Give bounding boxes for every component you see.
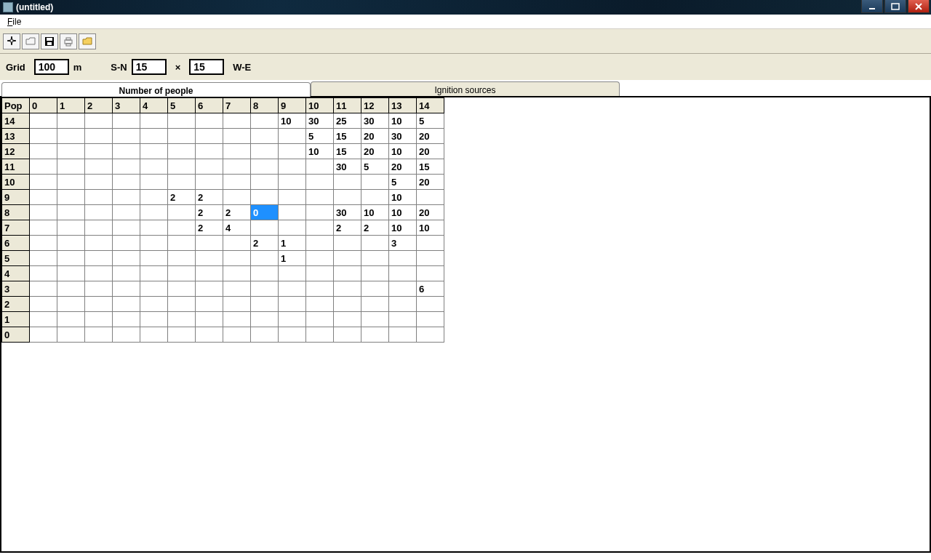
grid-cell[interactable] (168, 327, 196, 343)
grid-cell[interactable] (113, 251, 140, 266)
grid-cell[interactable] (417, 312, 444, 327)
grid-cell[interactable]: 15 (334, 129, 361, 144)
row-header[interactable]: 3 (2, 281, 30, 297)
grid-cell[interactable] (279, 205, 306, 220)
grid-cell[interactable] (85, 159, 113, 175)
grid-cell[interactable] (361, 297, 389, 312)
grid-cell[interactable] (417, 190, 444, 205)
grid-cell[interactable] (113, 266, 140, 281)
tab-ignition-sources[interactable]: Ignition sources (311, 81, 620, 96)
grid-cell[interactable]: 15 (417, 159, 444, 175)
grid-cell[interactable] (251, 327, 279, 343)
grid-cell[interactable] (417, 236, 444, 251)
grid-cell[interactable] (168, 220, 196, 236)
grid-cell[interactable] (251, 281, 279, 297)
grid-cell[interactable] (168, 312, 196, 327)
grid-cell[interactable] (251, 113, 279, 129)
grid-cell[interactable] (196, 297, 223, 312)
grid-cell[interactable] (306, 312, 334, 327)
row-header[interactable]: 5 (2, 251, 30, 266)
grid-cell[interactable] (113, 205, 140, 220)
grid-cell[interactable] (306, 266, 334, 281)
grid-cell[interactable] (417, 327, 444, 343)
grid-cell[interactable] (140, 281, 168, 297)
grid-cell[interactable] (334, 266, 361, 281)
grid-cell[interactable] (389, 297, 417, 312)
grid-cell[interactable] (334, 175, 361, 190)
col-header[interactable]: 7 (223, 98, 251, 113)
grid-cell[interactable]: 2 (223, 205, 251, 220)
grid-cell[interactable] (30, 144, 57, 159)
col-header[interactable]: 8 (251, 98, 279, 113)
grid-cell[interactable] (140, 220, 168, 236)
grid-cell[interactable] (196, 159, 223, 175)
grid-cell[interactable] (251, 251, 279, 266)
grid-cell[interactable] (279, 281, 306, 297)
grid-cell[interactable] (223, 251, 251, 266)
grid-cell[interactable]: 25 (334, 113, 361, 129)
grid-cell[interactable] (361, 312, 389, 327)
grid-cell[interactable]: 10 (306, 144, 334, 159)
grid-cell[interactable] (334, 312, 361, 327)
grid-cell[interactable] (85, 175, 113, 190)
grid-cell[interactable] (168, 144, 196, 159)
grid-cell[interactable] (279, 327, 306, 343)
grid-cell[interactable] (279, 220, 306, 236)
grid-cell[interactable] (57, 113, 85, 129)
grid-cell[interactable] (334, 190, 361, 205)
col-header[interactable]: 9 (279, 98, 306, 113)
grid-cell[interactable] (223, 327, 251, 343)
grid-cell[interactable] (196, 113, 223, 129)
grid-cell[interactable] (223, 190, 251, 205)
grid-cell[interactable] (361, 266, 389, 281)
grid-cell[interactable]: 10 (389, 205, 417, 220)
grid-cell[interactable]: 20 (417, 144, 444, 159)
col-header[interactable]: 1 (57, 98, 85, 113)
row-header[interactable]: 6 (2, 236, 30, 251)
grid-cell[interactable]: 3 (389, 236, 417, 251)
grid-cell[interactable]: 2 (361, 220, 389, 236)
grid-cell[interactable] (361, 327, 389, 343)
grid-cell[interactable] (168, 129, 196, 144)
grid-cell[interactable] (57, 144, 85, 159)
grid-cell[interactable]: 5 (306, 129, 334, 144)
grid-cell[interactable] (57, 205, 85, 220)
grid-cell[interactable] (113, 281, 140, 297)
grid-cell[interactable] (196, 236, 223, 251)
grid-cell[interactable] (223, 175, 251, 190)
grid-cell[interactable] (57, 327, 85, 343)
grid-cell[interactable] (140, 175, 168, 190)
grid-cell[interactable]: 30 (361, 113, 389, 129)
col-header[interactable]: 13 (389, 98, 417, 113)
grid-cell[interactable] (30, 251, 57, 266)
grid-cell[interactable] (168, 236, 196, 251)
grid-cell[interactable] (113, 113, 140, 129)
grid-cell[interactable] (389, 327, 417, 343)
grid-cell[interactable]: 10 (389, 190, 417, 205)
grid-cell[interactable] (334, 251, 361, 266)
col-header[interactable]: 10 (306, 98, 334, 113)
col-header[interactable]: 5 (168, 98, 196, 113)
grid-cell[interactable] (168, 159, 196, 175)
grid-cell[interactable]: 10 (361, 205, 389, 220)
grid-cell[interactable]: 30 (306, 113, 334, 129)
grid-cell[interactable]: 20 (417, 205, 444, 220)
col-header[interactable]: 12 (361, 98, 389, 113)
grid-cell[interactable] (251, 266, 279, 281)
grid-cell[interactable] (279, 129, 306, 144)
row-header[interactable]: 12 (2, 144, 30, 159)
grid-cell[interactable] (30, 205, 57, 220)
grid-cell[interactable]: 10 (389, 220, 417, 236)
grid-cell[interactable] (361, 175, 389, 190)
grid-cell[interactable] (223, 129, 251, 144)
row-header[interactable]: 4 (2, 266, 30, 281)
grid-cell[interactable] (140, 312, 168, 327)
grid-cell[interactable] (113, 312, 140, 327)
grid-cell[interactable] (168, 205, 196, 220)
grid-cell[interactable]: 2 (251, 236, 279, 251)
grid-cell[interactable] (113, 159, 140, 175)
grid-cell[interactable] (196, 312, 223, 327)
grid-cell[interactable] (113, 220, 140, 236)
grid-cell[interactable] (30, 266, 57, 281)
row-header[interactable]: 0 (2, 327, 30, 343)
